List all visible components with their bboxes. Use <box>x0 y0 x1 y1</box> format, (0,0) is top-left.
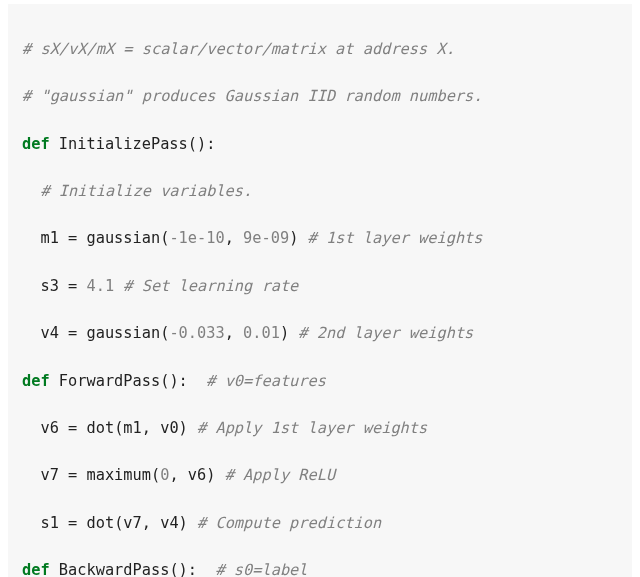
punct: ( <box>160 324 169 342</box>
comment: # Apply 1st layer weights <box>197 419 427 437</box>
fn-backward: BackwardPass <box>59 561 170 577</box>
call-dot: dot <box>86 419 114 437</box>
call-gaussian: gaussian <box>86 324 160 342</box>
code: , v6) <box>169 466 224 484</box>
code: v6 = <box>40 419 86 437</box>
call-gaussian: gaussian <box>86 229 160 247</box>
fn-forward: ForwardPass <box>59 372 160 390</box>
punct: (): <box>188 135 216 153</box>
comment: # Initialize variables. <box>40 182 252 200</box>
punct: , <box>225 324 243 342</box>
comment-header-2: # "gaussian" produces Gaussian IID rando… <box>22 87 482 105</box>
comment: # Apply ReLU <box>225 466 336 484</box>
punct: ( <box>151 466 160 484</box>
punct: ( <box>160 229 169 247</box>
comment: # s0=label <box>215 561 307 577</box>
fn-initialize: InitializePass <box>59 135 188 153</box>
comment-header-1: # sX/vX/mX = scalar/vector/matrix at add… <box>22 40 455 58</box>
comment: # 2nd layer weights <box>298 324 473 342</box>
comment: # Compute prediction <box>197 514 381 532</box>
number: 0.01 <box>243 324 280 342</box>
punct: (): <box>160 372 206 390</box>
code-listing: # sX/vX/mX = scalar/vector/matrix at add… <box>8 4 632 577</box>
number: 0 <box>160 466 169 484</box>
code: s3 = <box>40 277 86 295</box>
number: 9e-09 <box>243 229 289 247</box>
number: 4.1 <box>86 277 114 295</box>
comment: # 1st layer weights <box>308 229 483 247</box>
comment: # v0=features <box>206 372 326 390</box>
punct: ) <box>280 324 298 342</box>
number: -0.033 <box>169 324 224 342</box>
code: (v7, v4) <box>114 514 197 532</box>
call-maximum: maximum <box>86 466 150 484</box>
code: m1 = <box>40 229 86 247</box>
call-dot: dot <box>86 514 114 532</box>
punct: (): <box>169 561 215 577</box>
code: (m1, v0) <box>114 419 197 437</box>
code: s1 = <box>40 514 86 532</box>
code <box>114 277 123 295</box>
keyword-def: def <box>22 372 50 390</box>
code: v7 = <box>40 466 86 484</box>
code: v4 = <box>40 324 86 342</box>
punct: ) <box>289 229 307 247</box>
comment: # Set learning rate <box>123 277 298 295</box>
keyword-def: def <box>22 135 50 153</box>
keyword-def: def <box>22 561 50 577</box>
punct: , <box>225 229 243 247</box>
number: -1e-10 <box>169 229 224 247</box>
